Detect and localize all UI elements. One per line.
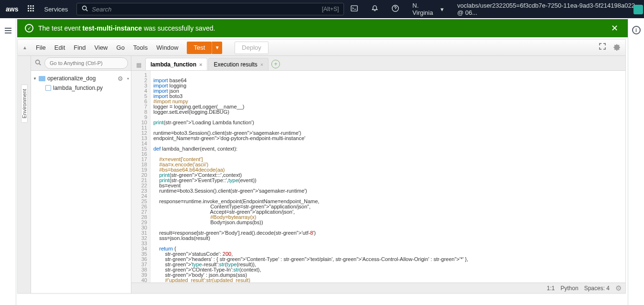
- side-nav-toggle[interactable]: [0, 18, 16, 305]
- goto-search-icon[interactable]: [31, 59, 44, 67]
- tab-execution-results[interactable]: Execution results ×: [208, 58, 268, 70]
- new-tab-button[interactable]: +: [271, 60, 280, 68]
- search-icon: [82, 5, 88, 13]
- indentation-setting[interactable]: Spaces: 4: [584, 285, 610, 292]
- folder-collapse-icon[interactable]: ▼: [33, 76, 37, 81]
- svg-point-16: [35, 60, 39, 64]
- account-menu[interactable]: voclabs/user2322055=6f3cdb7e-7250-11ea-9…: [451, 2, 644, 16]
- tree-settings-gear-icon[interactable]: ⚙: [118, 75, 125, 82]
- file-icon: [45, 85, 51, 91]
- svg-rect-8: [32, 10, 34, 11]
- region-label: N. Virginia: [412, 2, 438, 16]
- code-content[interactable]: import base64import loggingimport jsonim…: [150, 71, 625, 283]
- goto-anything-input[interactable]: [44, 57, 128, 69]
- tab-label: lambda_function: [150, 61, 196, 68]
- menu-file[interactable]: File: [36, 44, 46, 51]
- test-button[interactable]: Test: [187, 42, 212, 54]
- success-banner: ✓ The test event test-multi-instance was…: [17, 19, 628, 37]
- svg-rect-0: [28, 5, 29, 7]
- tab-list-icon[interactable]: ▦: [133, 62, 144, 70]
- services-grid-icon[interactable]: [24, 5, 38, 13]
- region-selector[interactable]: N. Virginia ▾: [406, 2, 451, 16]
- editor-tabs: ▦ lambda_function × Execution results × …: [131, 56, 625, 71]
- svg-rect-11: [351, 6, 357, 11]
- line-number-gutter: 1234567891011121314151617181920212223242…: [131, 71, 150, 283]
- menu-view[interactable]: View: [95, 44, 108, 51]
- file-tree-panel: ▼ operationalize_dog ⚙ ▾ lambda_function…: [31, 56, 131, 293]
- aws-top-nav: aws Services Search [Alt+S] N. Virginia …: [0, 0, 644, 18]
- svg-point-9: [83, 6, 86, 10]
- svg-line-10: [86, 10, 87, 11]
- code-editor[interactable]: 1234567891011121314151617181920212223242…: [131, 71, 625, 283]
- search-shortcut-hint: [Alt+S]: [322, 6, 339, 12]
- fullscreen-icon[interactable]: [599, 43, 606, 53]
- environment-tab[interactable]: Environment: [21, 85, 28, 123]
- svg-line-17: [39, 64, 40, 65]
- tab-label: Execution results: [214, 61, 257, 68]
- cloudshell-icon[interactable]: [344, 5, 365, 13]
- success-check-icon: ✓: [25, 24, 33, 33]
- ide-menubar: ▲ File Edit Find View Go Tools Window Te…: [18, 40, 625, 56]
- menu-find[interactable]: Find: [74, 44, 86, 51]
- file-label: lambda_function.py: [53, 85, 103, 91]
- svg-rect-7: [30, 10, 32, 11]
- svg-rect-2: [32, 5, 34, 7]
- tab-close-icon[interactable]: ×: [260, 62, 263, 67]
- svg-rect-5: [32, 8, 34, 9]
- extension-badge[interactable]: [633, 5, 643, 14]
- svg-rect-6: [28, 10, 29, 11]
- chevron-down-icon: ▾: [440, 6, 444, 13]
- main-content: ✓ The test event test-multi-instance was…: [0, 18, 628, 305]
- folder-icon: [39, 76, 45, 81]
- editor-statusbar: 1:1 Python Spaces: 4 ⚙: [131, 283, 625, 293]
- menu-edit[interactable]: Edit: [54, 44, 65, 51]
- test-dropdown-button[interactable]: ▼: [212, 42, 222, 54]
- menu-tools[interactable]: Tools: [133, 44, 148, 51]
- menu-go[interactable]: Go: [117, 44, 125, 51]
- deploy-button[interactable]: Deploy: [235, 42, 268, 54]
- notifications-icon[interactable]: [365, 5, 385, 13]
- tree-file-item[interactable]: lambda_function.py: [33, 83, 129, 93]
- tab-close-icon[interactable]: ×: [199, 62, 202, 67]
- ide-left-rail: Environment: [18, 56, 31, 293]
- code-editor-ide: ▲ File Edit Find View Go Tools Window Te…: [17, 39, 626, 294]
- status-gear-icon[interactable]: ⚙: [615, 284, 622, 293]
- right-info-rail: i: [628, 18, 644, 305]
- search-placeholder: Search: [92, 6, 322, 13]
- services-menu[interactable]: Services: [38, 6, 74, 13]
- tree-root-folder[interactable]: ▼ operationalize_dog ⚙ ▾: [33, 74, 129, 83]
- folder-label: operationalize_dog: [47, 75, 96, 82]
- menu-window[interactable]: Window: [156, 44, 178, 51]
- tree-menu-chevron-icon[interactable]: ▾: [127, 76, 129, 81]
- banner-close-icon[interactable]: ✕: [609, 23, 620, 33]
- ide-settings-gear-icon[interactable]: [612, 43, 621, 53]
- help-icon[interactable]: [385, 5, 406, 13]
- banner-message: The test event test-multi-instance was s…: [38, 24, 609, 32]
- editor-pane: ▦ lambda_function × Execution results × …: [131, 56, 625, 293]
- svg-rect-4: [30, 8, 32, 9]
- aws-logo[interactable]: aws: [0, 5, 24, 13]
- svg-rect-1: [30, 5, 32, 7]
- collapse-ide-icon[interactable]: ▲: [22, 45, 27, 50]
- language-mode[interactable]: Python: [560, 285, 578, 292]
- cursor-position[interactable]: 1:1: [547, 285, 555, 292]
- svg-rect-3: [28, 8, 29, 9]
- global-search[interactable]: Search [Alt+S]: [76, 3, 344, 15]
- info-icon[interactable]: i: [632, 26, 641, 34]
- tab-lambda-function[interactable]: lambda_function ×: [145, 58, 207, 70]
